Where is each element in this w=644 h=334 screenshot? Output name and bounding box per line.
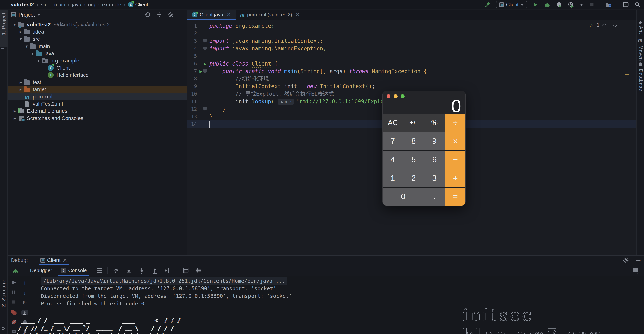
calc-button-%[interactable]: % <box>424 114 444 132</box>
chevron-right-icon[interactable]: ▸ <box>18 87 24 92</box>
tool-stripe-ant[interactable]: Ant <box>638 26 644 34</box>
tree-row-java[interactable]: ▾java <box>8 50 187 57</box>
down-stack-icon[interactable]: ↓ <box>22 290 28 296</box>
editor-tab-client-java[interactable]: CClient.java✕ <box>187 10 236 20</box>
chevron-down-icon[interactable]: ▾ <box>36 58 42 63</box>
profiler-button[interactable] <box>568 1 574 8</box>
tree-row-target[interactable]: ▸target <box>8 86 187 93</box>
breadcrumb-item[interactable]: org <box>88 2 95 8</box>
calc-button-+--[interactable]: +/- <box>404 114 424 132</box>
collapse-all-icon[interactable] <box>156 12 162 18</box>
breadcrumb-item[interactable]: java <box>72 2 81 8</box>
tree-row-pom-xml[interactable]: mpom.xml <box>8 93 187 100</box>
calculator-titlebar[interactable]: 0 <box>382 91 466 114</box>
stop-icon[interactable] <box>10 299 17 305</box>
code-line-5[interactable]: 5 <box>187 52 636 60</box>
structure-stripe-icon[interactable] <box>2 326 6 331</box>
minimize-window-icon[interactable] <box>394 94 398 98</box>
hide-panel-icon[interactable]: ─ <box>636 257 640 264</box>
code-line-6[interactable]: 6▶public class Client { <box>187 60 636 68</box>
error-stripe-mark[interactable] <box>625 74 629 75</box>
close-window-icon[interactable] <box>386 94 390 98</box>
code-line-4[interactable]: 4import javax.naming.NamingException; <box>187 45 636 52</box>
debug-session-tab[interactable]: Client ✕ <box>39 255 69 265</box>
run-gutter-icon[interactable]: ▶ <box>204 60 206 68</box>
breadcrumb-item[interactable]: src <box>41 2 48 8</box>
calc-button-÷[interactable]: ÷ <box>445 114 466 132</box>
project-view-select[interactable]: Project <box>11 12 40 18</box>
calc-button-3[interactable]: 3 <box>424 169 444 187</box>
tree-row-test[interactable]: ▸test <box>8 79 187 86</box>
tree-row-vulntest2-iml[interactable]: vulnTest2.iml <box>8 100 187 107</box>
code-line-9[interactable]: 9 InitialContext init = new InitialConte… <box>187 83 636 90</box>
calc-button-4[interactable]: 4 <box>382 151 403 169</box>
debug-tab-console[interactable]: ❯Console <box>56 265 91 276</box>
breadcrumb-item[interactable]: vulnTest2 <box>11 2 34 8</box>
tree-row-org-example[interactable]: ▾org.example <box>8 57 187 64</box>
fold-marker-icon[interactable] <box>203 47 206 50</box>
zoom-window-icon[interactable] <box>400 94 404 98</box>
calc-button-×[interactable]: × <box>445 132 466 150</box>
calc-button-0[interactable]: 0 <box>382 187 424 205</box>
tree-row-hellointerface[interactable]: IHelloInterface <box>8 72 187 79</box>
calc-button-+[interactable]: + <box>445 169 466 187</box>
tree-row-scratches-and-consoles[interactable]: ▸Scratches and Consoles <box>8 115 187 122</box>
ant-icon[interactable] <box>638 20 643 25</box>
chevron-down-icon[interactable]: ▾ <box>18 37 24 42</box>
force-step-into-icon[interactable] <box>138 267 145 274</box>
chevron-right-icon[interactable]: ▸ <box>12 109 18 114</box>
step-over-icon[interactable] <box>113 267 119 274</box>
tree-row-main[interactable]: ▾main <box>8 43 187 50</box>
debug-tab-debugger[interactable]: Debugger <box>26 265 56 276</box>
chevron-right-icon[interactable]: ▸ <box>12 116 18 121</box>
pause-icon[interactable] <box>10 289 17 295</box>
chevron-down-icon[interactable] <box>579 1 584 8</box>
rerun-debug-icon[interactable] <box>12 267 18 273</box>
restore-layout-icon[interactable]: ↻ <box>22 300 28 306</box>
close-icon[interactable]: ✕ <box>63 257 67 263</box>
hide-panel-icon[interactable]: ─ <box>179 11 184 18</box>
step-into-icon[interactable] <box>126 267 132 274</box>
settings-sliders-icon[interactable] <box>196 267 202 274</box>
code-line-1[interactable]: 1package org.example; <box>187 22 636 30</box>
fold-marker-icon[interactable] <box>203 39 206 43</box>
tool-stripe-maven[interactable]: Maven <box>638 46 644 61</box>
debug-button[interactable] <box>544 1 551 8</box>
chevron-right-icon[interactable]: ▸ <box>18 29 24 34</box>
scroll-to-end-icon[interactable] <box>22 310 28 315</box>
build-hammer-icon[interactable] <box>484 1 491 8</box>
database-icon[interactable] <box>638 62 643 67</box>
tool-stripe-database[interactable]: Database <box>638 69 644 91</box>
select-opened-file-icon[interactable] <box>145 12 151 18</box>
breadcrumb-item[interactable]: main <box>54 2 65 8</box>
run-gutter-icon[interactable]: ▶ <box>200 68 202 75</box>
calc-button-9[interactable]: 9 <box>424 132 444 150</box>
calculator-window[interactable]: 0 AC+/-%÷789×456−123+0.= <box>382 91 466 206</box>
code-line-2[interactable]: 2 <box>187 30 636 37</box>
evaluate-expression-icon[interactable] <box>182 267 189 274</box>
console-options-icon[interactable] <box>96 267 102 274</box>
tree-row-external-libraries[interactable]: ▸External Libraries <box>8 107 187 115</box>
up-stack-icon[interactable]: ↑ <box>22 280 28 286</box>
project-structure-icon[interactable] <box>605 1 612 8</box>
code-line-7[interactable]: 7▶ public static void main(String[] args… <box>187 68 636 75</box>
resume-icon[interactable] <box>10 280 17 285</box>
run-anything-icon[interactable] <box>622 1 629 8</box>
search-everywhere-icon[interactable] <box>634 1 641 8</box>
chevron-down-icon[interactable]: ▾ <box>12 22 18 27</box>
maven-stripe-icon[interactable]: m <box>638 37 642 43</box>
close-icon[interactable]: ✕ <box>296 12 300 18</box>
fold-marker-icon[interactable] <box>203 107 206 111</box>
calc-button-AC[interactable]: AC <box>382 114 403 132</box>
tool-stripe-project[interactable]: 1: Project <box>1 13 7 35</box>
calc-button-=[interactable]: = <box>445 187 466 205</box>
code-line-8[interactable]: 8 //初始化环境 <box>187 75 636 83</box>
calc-button-8[interactable]: 8 <box>404 132 424 150</box>
code-line-3[interactable]: 3import javax.naming.InitialContext; <box>187 37 636 45</box>
run-to-cursor-icon[interactable] <box>164 267 171 274</box>
tree-row--idea[interactable]: ▸.idea <box>8 28 187 36</box>
calc-button-6[interactable]: 6 <box>424 151 444 169</box>
gear-icon[interactable] <box>168 12 174 18</box>
tree-row-client[interactable]: CClient <box>8 64 187 72</box>
tree-row-vulntest2[interactable]: ▾vulnTest2~/d4m1ts/java/vulnTest2 <box>8 21 187 28</box>
